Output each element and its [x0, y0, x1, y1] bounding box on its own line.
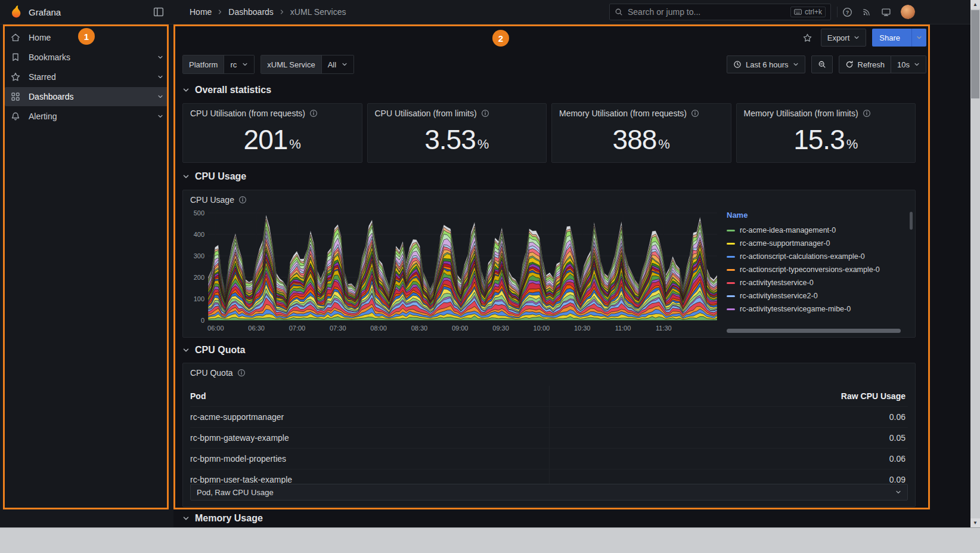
info-icon[interactable]	[691, 109, 699, 118]
sidebar-item-dashboards[interactable]: Dashboards	[5, 87, 169, 106]
legend-item[interactable]: rc-activitytestservice2-0	[727, 289, 905, 302]
series-color-swatch	[727, 282, 735, 284]
sidebar-toggle-icon[interactable]	[153, 6, 165, 18]
nav-divider	[837, 7, 838, 17]
search-placeholder: Search or jump to...	[628, 7, 700, 17]
section-overall-statistics[interactable]: Overall statistics	[182, 85, 271, 95]
svg-text:09:00: 09:00	[452, 325, 469, 332]
legend-horizontal-scrollbar[interactable]	[727, 329, 901, 333]
breadcrumb-home[interactable]: Home	[190, 7, 212, 17]
section-cpu-quota[interactable]: CPU Quota	[182, 345, 245, 356]
stat-panel-title: Memory Utilisation (from limits)	[737, 104, 916, 123]
chevron-down-icon[interactable]	[157, 94, 163, 100]
dashboard-main: Export Share Platform rc xUML Service Al…	[173, 24, 970, 527]
raw-cpu-usage-cell: 0.05	[549, 428, 908, 448]
bookmark-icon	[10, 52, 21, 63]
sidebar-item-starred[interactable]: Starred	[5, 67, 169, 86]
search-input[interactable]: Search or jump to... ctrl+k	[609, 4, 831, 20]
home-icon	[10, 32, 21, 43]
chevron-right-icon	[279, 9, 285, 15]
series-color-swatch	[727, 243, 735, 245]
legend-vertical-scrollbar[interactable]	[910, 212, 913, 230]
svg-text:11:00: 11:00	[615, 325, 631, 332]
favorite-star-icon[interactable]	[800, 33, 815, 43]
legend-item[interactable]: rc-actionscript-calculations-example-0	[727, 250, 905, 263]
time-range-picker[interactable]: Last 6 hours	[727, 55, 805, 73]
stat-value: 3.53%	[368, 123, 547, 162]
chevron-down-icon[interactable]	[157, 113, 163, 119]
info-icon[interactable]	[238, 196, 247, 204]
legend-item[interactable]: rc-actionscript-typeconversions-example-…	[727, 263, 905, 276]
legend-item[interactable]: rc-activitytestservice-0	[727, 276, 905, 289]
info-icon[interactable]	[863, 109, 871, 118]
table-row[interactable]: rc-acme-supportmanager0.06	[190, 407, 908, 428]
series-name: rc-activitytestservice2-0	[740, 292, 818, 300]
share-menu-chevron-icon[interactable]	[911, 29, 926, 47]
legend-item[interactable]: rc-acme-idea-management-0	[727, 224, 905, 237]
monitor-icon[interactable]	[881, 7, 891, 17]
info-icon[interactable]	[481, 109, 489, 118]
info-icon[interactable]	[237, 369, 246, 377]
frame-select-dropdown[interactable]: Pod, Raw CPU Usage	[190, 484, 908, 501]
apps-icon	[10, 91, 21, 102]
svg-text:11:30: 11:30	[656, 325, 672, 332]
series-name: rc-acme-idea-management-0	[740, 226, 836, 234]
series-color-swatch	[727, 269, 735, 271]
xuml-service-label: xUML Service	[261, 55, 321, 73]
svg-text:500: 500	[194, 209, 204, 217]
section-cpu-usage[interactable]: CPU Usage	[182, 171, 246, 182]
news-rss-icon[interactable]	[862, 7, 872, 17]
help-icon[interactable]: ?	[842, 7, 852, 17]
platform-select[interactable]: rc	[224, 55, 254, 73]
shortcut-badge: ctrl+k	[790, 7, 826, 17]
page-scrollbar[interactable]: ▲ ▼	[970, 0, 980, 527]
breadcrumb: Home Dashboards xUML Services	[190, 0, 346, 24]
sidebar-item-alerting[interactable]: Alerting	[5, 107, 169, 126]
scrollbar-down-arrow[interactable]: ▼	[970, 518, 980, 527]
star-icon	[10, 72, 21, 82]
sidebar-item-bookmarks[interactable]: Bookmarks	[5, 48, 169, 67]
svg-text:08:30: 08:30	[411, 325, 428, 332]
user-avatar[interactable]	[901, 5, 915, 19]
column-header-pod[interactable]: Pod	[190, 386, 549, 406]
brand-title: Grafana	[29, 0, 61, 24]
section-memory-usage[interactable]: Memory Usage	[182, 513, 263, 524]
series-color-swatch	[727, 256, 735, 258]
chevron-down-icon[interactable]	[157, 54, 163, 60]
legend-item[interactable]: rc-acme-supportmanager-0	[727, 237, 905, 250]
svg-text:06:00: 06:00	[207, 325, 224, 332]
refresh-group: Refresh 10s	[839, 55, 927, 73]
legend-name-header[interactable]: Name	[727, 211, 905, 220]
dashboard-toolbar: Export Share	[182, 29, 926, 47]
scrollbar-up-arrow[interactable]: ▲	[970, 0, 980, 9]
column-header-raw-cpu-usage[interactable]: Raw CPU Usage	[549, 386, 908, 406]
series-name: rc-acme-supportmanager-0	[740, 239, 830, 248]
sidebar-nav: HomeBookmarksStarredDashboardsAlerting	[0, 24, 173, 527]
sidebar-item-label: Dashboards	[29, 92, 74, 101]
scrollbar-thumb[interactable]	[971, 10, 979, 98]
platform-variable: Platform rc	[182, 55, 255, 74]
cpu-usage-panel-title: CPU Usage	[183, 190, 915, 209]
grafana-logo-icon[interactable]	[8, 4, 24, 20]
stat-panel: Memory Utilisation (from requests)388%	[551, 103, 731, 163]
share-button[interactable]: Share	[872, 29, 926, 47]
zoom-out-icon[interactable]	[811, 55, 833, 73]
stat-panel-title: CPU Utilisation (from limits)	[368, 104, 547, 123]
legend-item[interactable]: rc-activitytestservicegame-mibe-0	[727, 302, 905, 316]
table-row[interactable]: rc-bpmn-gateway-example0.05	[190, 428, 908, 449]
sidebar-item-home[interactable]: Home	[5, 28, 169, 47]
raw-cpu-usage-cell: 0.06	[549, 449, 908, 469]
breadcrumb-current: xUML Services	[290, 7, 346, 17]
info-icon[interactable]	[309, 109, 318, 118]
table-row[interactable]: rc-bpmn-model-properties0.06	[190, 449, 908, 469]
cpu-usage-legend-list: rc-acme-idea-management-0rc-acme-support…	[727, 224, 905, 316]
chevron-down-icon[interactable]	[157, 74, 163, 80]
top-nav: Grafana Home Dashboards xUML Services Se…	[0, 0, 970, 24]
xuml-service-select[interactable]: All	[321, 55, 353, 73]
refresh-interval-select[interactable]: 10s	[891, 55, 926, 73]
refresh-button[interactable]: Refresh	[839, 55, 892, 73]
export-button[interactable]: Export	[821, 29, 867, 47]
cpu-usage-chart-area: 010020030040050006:0006:3007:0007:3008:0…	[188, 209, 720, 335]
breadcrumb-dashboards[interactable]: Dashboards	[228, 7, 274, 17]
svg-text:07:30: 07:30	[330, 325, 346, 332]
